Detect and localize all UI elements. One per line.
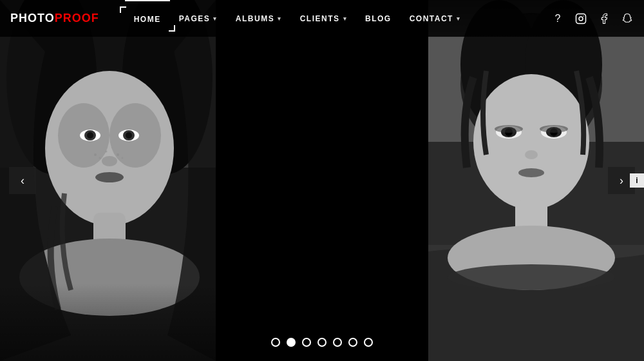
info-icon: i (636, 176, 638, 185)
svg-point-21 (106, 151, 108, 153)
svg-point-19 (95, 172, 124, 182)
dot-5[interactable] (348, 338, 357, 347)
dot-3[interactable] (317, 338, 327, 347)
svg-point-2 (583, 15, 584, 17)
svg-point-1 (579, 17, 583, 21)
slider: i ‹ › (0, 0, 644, 361)
info-button[interactable]: i (630, 173, 644, 188)
svg-point-24 (122, 157, 124, 159)
nav-item-contact[interactable]: CONTACT ▾ (401, 0, 470, 37)
help-icon[interactable]: ? (551, 12, 564, 25)
svg-point-45 (518, 168, 544, 177)
nav-links: HOME PAGES ▾ ALBUMS ▾ CLIENTS ▾ BLOG CON… (125, 0, 470, 37)
svg-rect-0 (576, 14, 586, 23)
svg-point-43 (540, 125, 568, 133)
clients-caret: ▾ (343, 15, 348, 22)
instagram-icon[interactable] (574, 12, 587, 25)
albums-caret: ▾ (278, 15, 282, 22)
nav-item-clients[interactable]: CLIENTS ▾ (291, 0, 356, 37)
svg-point-20 (94, 153, 97, 156)
facebook-icon[interactable] (598, 12, 611, 25)
svg-point-23 (99, 157, 101, 159)
prev-icon: ‹ (21, 174, 24, 188)
dot-2[interactable] (302, 338, 311, 347)
slider-dots (271, 338, 373, 347)
svg-point-16 (87, 132, 93, 139)
snapchat-icon[interactable] (621, 12, 634, 25)
dot-6[interactable] (364, 338, 373, 347)
svg-point-35 (473, 74, 589, 210)
svg-point-18 (102, 156, 117, 166)
nav-icons: ? (551, 12, 634, 25)
svg-point-17 (126, 132, 132, 139)
next-icon: › (620, 174, 623, 188)
navigation: PHOTOPROOF HOME PAGES ▾ ALBUMS ▾ CLIENTS… (0, 0, 644, 37)
svg-point-22 (117, 153, 119, 156)
dot-0[interactable] (271, 338, 280, 347)
nav-item-home[interactable]: HOME (125, 0, 170, 37)
dot-1[interactable] (287, 338, 296, 347)
pages-caret: ▾ (213, 15, 218, 22)
logo-part1: PHOTO (10, 12, 55, 24)
nav-item-pages[interactable]: PAGES ▾ (170, 0, 227, 37)
slide-center (216, 0, 428, 361)
nav-item-blog[interactable]: BLOG (356, 0, 401, 37)
contact-caret: ▾ (457, 15, 461, 22)
logo[interactable]: PHOTOPROOF (10, 12, 99, 25)
svg-rect-27 (0, 284, 216, 361)
svg-point-42 (495, 125, 523, 133)
nav-item-albums[interactable]: ALBUMS ▾ (227, 0, 291, 37)
dot-4[interactable] (333, 338, 342, 347)
prev-arrow[interactable]: ‹ (9, 167, 36, 194)
svg-point-44 (525, 150, 538, 159)
logo-part2: PROOF (55, 12, 99, 24)
svg-point-48 (448, 264, 615, 290)
